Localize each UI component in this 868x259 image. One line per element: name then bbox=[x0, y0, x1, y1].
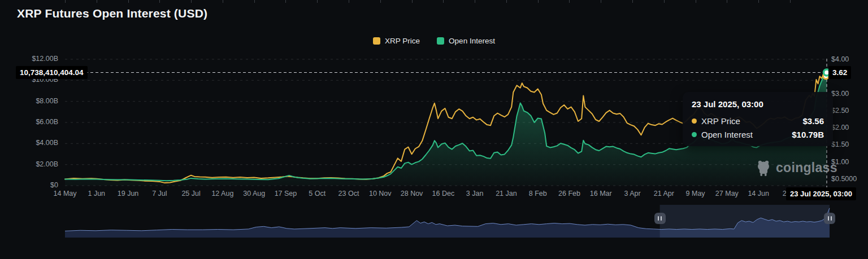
crosshair-right-value-box: 3.62 bbox=[828, 66, 851, 79]
legend-label: Open Interest bbox=[449, 37, 495, 45]
page-title: XRP Futures Open Interest (USD) bbox=[17, 7, 207, 20]
crosshair-date-box: 23 Jul 2025, 03:00 bbox=[786, 187, 856, 200]
xrp-price-dot-icon bbox=[692, 118, 697, 124]
tooltip-date: 23 Jul 2025, 03:00 bbox=[692, 99, 824, 109]
navigator-left-handle[interactable] bbox=[654, 213, 666, 224]
chart-tooltip: 23 Jul 2025, 03:00 XRP Price $3.56 Open … bbox=[683, 92, 833, 146]
legend-item-open-interest[interactable]: Open Interest bbox=[437, 37, 495, 45]
watermark-text: coinglass bbox=[776, 160, 837, 175]
tooltip-row: XRP Price $3.56 bbox=[692, 116, 824, 126]
tooltip-series-value: $10.79B bbox=[792, 130, 824, 139]
navigator-selected-range[interactable] bbox=[660, 205, 830, 238]
legend-label: XRP Price bbox=[385, 37, 420, 45]
tooltip-series-value: $3.56 bbox=[802, 116, 824, 126]
legend-item-xrp-price[interactable]: XRP Price bbox=[373, 37, 420, 45]
tooltip-series-label: XRP Price bbox=[701, 116, 802, 126]
chart-stage: $12.00B$10.00B$8.00B$6.00B$4.00B$2.00B$0… bbox=[0, 0, 868, 259]
open-interest-swatch-icon bbox=[437, 37, 444, 45]
tooltip-series-label: Open Interest bbox=[701, 130, 792, 139]
navigator-right-handle[interactable] bbox=[824, 213, 835, 224]
xrp-price-swatch-icon bbox=[373, 37, 380, 45]
open-interest-dot-icon bbox=[692, 132, 697, 137]
coinglass-logo-icon bbox=[755, 159, 772, 177]
crosshair-left-value-box: 10,738,410,404.04 bbox=[16, 66, 88, 79]
legend: XRP Price Open Interest bbox=[0, 37, 868, 45]
tooltip-row: Open Interest $10.79B bbox=[692, 130, 824, 139]
coinglass-watermark: coinglass bbox=[755, 159, 837, 177]
